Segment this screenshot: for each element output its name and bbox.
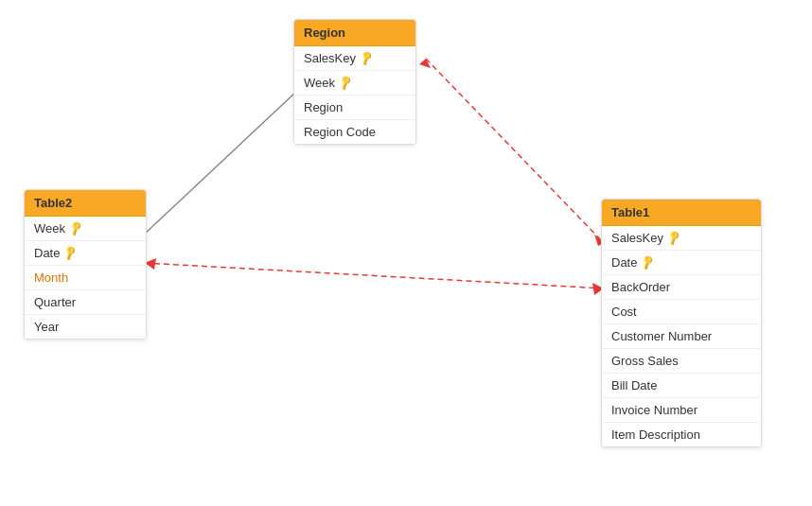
table1-field-grosssales: Gross Sales	[602, 349, 761, 374]
t1-billdate-label: Bill Date	[611, 378, 657, 393]
t1-customernumber-label: Customer Number	[611, 329, 712, 343]
key-icon-t1-date: 🔑	[639, 253, 657, 270]
table2-field-year: Year	[25, 315, 146, 339]
table1-field-cost: Cost	[602, 300, 761, 324]
t2-quarter-label: Quarter	[34, 295, 76, 309]
key-icon-t2-date: 🔑	[62, 244, 79, 261]
t1-backorder-label: BackOrder	[611, 280, 670, 294]
table1-field-itemdescription: Item Description	[602, 423, 761, 446]
region-field-week: Week 🔑	[294, 71, 415, 96]
table1-field-billdate: Bill Date	[602, 374, 761, 398]
saleskey-label: SalesKey	[304, 51, 356, 65]
t1-grosssales-label: Gross Sales	[611, 354, 679, 368]
region-field-saleskey: SalesKey 🔑	[294, 46, 415, 71]
key-icon-t2-week: 🔑	[67, 219, 85, 236]
diagram-canvas: Region SalesKey 🔑 Week 🔑 Region Region C…	[0, 0, 812, 506]
table1-header: Table1	[602, 200, 761, 226]
table-table1[interactable]: Table1 SalesKey 🔑 Date 🔑 BackOrder Cost …	[601, 199, 762, 447]
region-field-regioncode: Region Code	[294, 120, 415, 144]
t2-year-label: Year	[34, 320, 59, 334]
table2-field-date: Date 🔑	[25, 241, 146, 266]
table1-field-date: Date 🔑	[602, 251, 761, 275]
table2-field-quarter: Quarter	[25, 290, 146, 315]
table1-field-saleskey: SalesKey 🔑	[602, 226, 761, 251]
week-label: Week	[304, 76, 335, 90]
t2-date-label: Date	[34, 246, 60, 260]
svg-line-0	[145, 92, 296, 234]
regioncode-label: Region Code	[304, 125, 376, 139]
table-region-header: Region	[294, 20, 415, 46]
table2-header: Table2	[25, 190, 146, 217]
t1-invoicenumber-label: Invoice Number	[611, 403, 697, 417]
table-table2[interactable]: Table2 Week 🔑 Date 🔑 Month Quarter Year	[24, 189, 147, 340]
t1-itemdescription-label: Item Description	[611, 427, 700, 442]
t1-cost-label: Cost	[611, 305, 637, 319]
table2-field-week: Week 🔑	[25, 217, 146, 241]
key-icon-t1-saleskey: 🔑	[665, 229, 683, 246]
table1-field-backorder: BackOrder	[602, 275, 761, 300]
svg-line-4	[145, 263, 604, 288]
t1-saleskey-label: SalesKey	[611, 231, 663, 245]
region-label: Region	[304, 100, 343, 114]
table2-field-month: Month	[25, 266, 146, 290]
t2-month-label: Month	[34, 270, 68, 285]
region-field-region: Region	[294, 96, 415, 120]
table1-field-customernumber: Customer Number	[602, 324, 761, 349]
svg-line-1	[426, 59, 604, 243]
table-region[interactable]: Region SalesKey 🔑 Week 🔑 Region Region C…	[293, 19, 416, 145]
t2-week-label: Week	[34, 221, 65, 236]
svg-marker-3	[419, 59, 431, 68]
t1-date-label: Date	[611, 255, 637, 270]
key-icon-saleskey: 🔑	[358, 49, 376, 66]
key-icon-week: 🔑	[337, 74, 355, 91]
table1-field-invoicenumber: Invoice Number	[602, 398, 761, 423]
